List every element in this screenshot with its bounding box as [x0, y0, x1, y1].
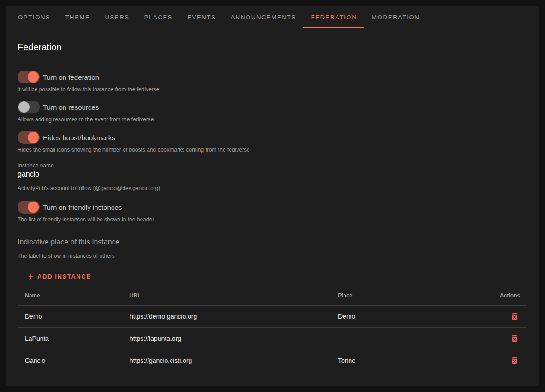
- tab-announcements[interactable]: ANNOUNCEMENTS: [223, 6, 303, 28]
- column-header-name: Name: [18, 286, 122, 305]
- add-instance-button[interactable]: ADD INSTANCE: [23, 269, 95, 283]
- instance-name-cell: LaPunta: [18, 327, 122, 350]
- instance-place-cell: [331, 327, 471, 350]
- page-title: Federation: [18, 41, 527, 53]
- column-header-place: Place: [331, 286, 471, 305]
- delete-instance-button[interactable]: [509, 311, 520, 322]
- instance-name-cell: Demo: [18, 305, 122, 327]
- hide-boosts-toggle[interactable]: [18, 131, 40, 144]
- instance-name-cell: Gancio: [18, 350, 122, 372]
- instance-url-cell: https://gancio.cisti.org: [122, 350, 331, 372]
- federation-toggle[interactable]: [18, 71, 40, 83]
- table-row: Gancio https://gancio.cisti.org Torino: [18, 350, 527, 372]
- column-header-actions: Actions: [471, 286, 527, 305]
- resources-toggle[interactable]: [18, 101, 40, 113]
- friendly-instances-toggle-label: Turn on friendly instances: [43, 203, 122, 211]
- switch-thumb: [28, 71, 39, 83]
- trash-delete-icon: [510, 334, 519, 343]
- tab-users[interactable]: USERS: [97, 6, 136, 28]
- instance-place-cell: Torino: [331, 350, 471, 372]
- instance-name-field: Instance name ActivityPub's account to f…: [18, 162, 527, 191]
- hide-boosts-toggle-label: Hides boost/bookmarks: [43, 134, 115, 142]
- instances-table: Name URL Place Actions Demo https://demo…: [18, 286, 527, 372]
- instance-name-input[interactable]: [18, 169, 527, 181]
- federation-settings: Federation Turn on federation It will be…: [6, 41, 539, 372]
- friendly-instances-toggle-hint: The list of friendly instances will be s…: [18, 216, 527, 223]
- switch-thumb: [28, 132, 39, 143]
- instance-place-cell: Demo: [331, 305, 471, 327]
- hide-boosts-toggle-hint: Hides the small icons showing the number…: [18, 147, 527, 153]
- instance-name-hint: ActivityPub's account to follow (@gancio…: [18, 185, 527, 191]
- column-header-url: URL: [122, 286, 331, 305]
- resources-toggle-group: Turn on resources Allows adding resource…: [18, 101, 527, 123]
- federation-toggle-hint: It will be possible to follow this insta…: [18, 86, 527, 93]
- table-row: LaPunta https://lapunta.org: [18, 327, 527, 350]
- tab-theme[interactable]: THEME: [58, 6, 97, 28]
- tab-events[interactable]: EVENTS: [180, 6, 223, 28]
- switch-thumb: [18, 101, 30, 113]
- tab-moderation[interactable]: MODERATION: [364, 6, 427, 28]
- instance-place-field: The label to show in instances of others: [18, 237, 527, 259]
- tab-places[interactable]: PLACES: [137, 6, 180, 28]
- friendly-instances-toggle[interactable]: [18, 201, 40, 214]
- admin-panel-card: OPTIONS THEME USERS PLACES EVENTS ANNOUN…: [6, 6, 539, 386]
- trash-delete-icon: [510, 356, 519, 365]
- add-instance-button-label: ADD INSTANCE: [37, 273, 91, 280]
- switch-thumb: [28, 202, 39, 213]
- instances-table-header-row: Name URL Place Actions: [18, 286, 527, 305]
- instance-url-cell: https://lapunta.org: [122, 327, 331, 350]
- instance-name-label: Instance name: [18, 162, 527, 169]
- plus-icon: [27, 272, 35, 280]
- resources-toggle-hint: Allows adding resources to the event fro…: [18, 116, 527, 123]
- table-row: Demo https://demo.gancio.org Demo: [18, 305, 527, 327]
- tab-federation[interactable]: FEDERATION: [303, 6, 364, 28]
- delete-instance-button[interactable]: [509, 333, 520, 344]
- trash-delete-icon: [510, 312, 519, 321]
- instance-place-hint: The label to show in instances of others: [18, 253, 527, 259]
- instance-url-cell: https://demo.gancio.org: [122, 305, 331, 327]
- friendly-instances-toggle-group: Turn on friendly instances The list of f…: [18, 201, 527, 223]
- instance-place-input[interactable]: [18, 237, 527, 249]
- federation-toggle-group: Turn on federation It will be possible t…: [18, 71, 527, 93]
- federation-toggle-label: Turn on federation: [43, 73, 99, 81]
- admin-tabs: OPTIONS THEME USERS PLACES EVENTS ANNOUN…: [6, 6, 539, 28]
- resources-toggle-label: Turn on resources: [43, 103, 99, 111]
- hide-boosts-toggle-group: Hides boost/bookmarks Hides the small ic…: [18, 131, 527, 153]
- tab-options[interactable]: OPTIONS: [11, 6, 58, 28]
- delete-instance-button[interactable]: [509, 355, 520, 366]
